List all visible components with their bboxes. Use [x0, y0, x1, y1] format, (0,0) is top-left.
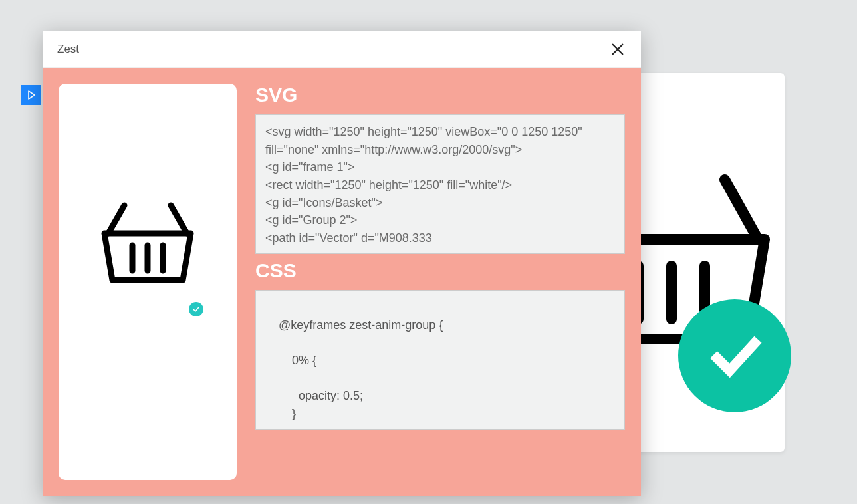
code-column: SVG CSS — [255, 84, 625, 480]
check-icon — [192, 305, 200, 313]
css-section-label: CSS — [255, 259, 625, 282]
svg-section-label: SVG — [255, 84, 625, 106]
preview-check-badge — [189, 302, 203, 316]
close-icon — [610, 42, 625, 57]
dialog-header: Zest — [43, 31, 641, 68]
dialog-title: Zest — [57, 43, 79, 56]
export-dialog: Zest SV — [43, 31, 641, 496]
play-button[interactable] — [21, 85, 41, 105]
close-button[interactable] — [609, 41, 626, 58]
basket-icon — [91, 186, 204, 299]
play-icon — [26, 90, 37, 100]
dialog-body: SVG CSS — [43, 68, 641, 496]
preview-panel — [59, 84, 237, 480]
check-icon — [705, 326, 765, 386]
css-code-textarea[interactable] — [255, 290, 625, 430]
svg-code-textarea[interactable] — [255, 114, 625, 254]
success-check-badge — [678, 299, 791, 412]
